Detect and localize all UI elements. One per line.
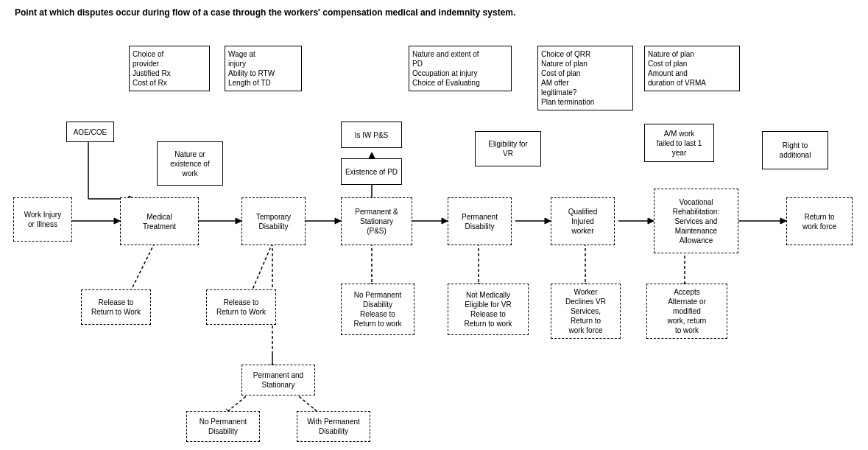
info-nature-pd-box: Nature and extent of PD Occupation at in… bbox=[409, 46, 512, 91]
is-iw-ps-box: Is IW P&S bbox=[341, 122, 402, 148]
aoe-coe-box: AOE/COE bbox=[66, 122, 114, 142]
svg-marker-31 bbox=[780, 218, 786, 224]
info-nature-plan-box: Nature of plan Cost of plan Amount and d… bbox=[644, 46, 740, 91]
permanent-disability-box: Permanent Disability bbox=[448, 197, 512, 245]
existence-pd-box: Existence of PD bbox=[341, 158, 402, 185]
not-medically-eligible-box: Not Medically Eligible for VR Release to… bbox=[448, 284, 529, 335]
diagram-container: Point at which disputes occur during flo… bbox=[0, 0, 868, 450]
page-title: Point at which disputes occur during flo… bbox=[15, 7, 515, 18]
no-perm-dis-release-box: No Permanent Disability Release to Retur… bbox=[341, 284, 414, 335]
right-additional-box: Right to additional bbox=[762, 131, 828, 169]
temporary-disability-box: Temporary Disability bbox=[241, 197, 306, 245]
svg-marker-23 bbox=[545, 218, 551, 224]
release-rtw-2-box: Release to Return to Work bbox=[206, 289, 276, 325]
svg-line-11 bbox=[250, 243, 272, 295]
info-am-work-box: A/M work failed to last 1 year bbox=[644, 124, 714, 162]
no-perm-dis-2-box: No Permanent Disability bbox=[186, 411, 260, 442]
vocational-rehab-box: Vocational Rehabilitation: Services and … bbox=[654, 189, 738, 253]
svg-line-7 bbox=[129, 243, 155, 295]
svg-marker-6 bbox=[236, 218, 241, 224]
info-choice-qrr-box: Choice of QRR Nature of plan Cost of pla… bbox=[537, 46, 633, 110]
info-choice-provider-box: Choice of provider Justified Rx Cost of … bbox=[129, 46, 210, 91]
svg-marker-10 bbox=[335, 218, 341, 224]
return-workforce-box: Return to work force bbox=[786, 197, 853, 245]
svg-marker-27 bbox=[648, 218, 654, 224]
work-injury-box: Work Injury or Illness bbox=[13, 197, 72, 242]
info-wage-box: Wage at injury Ability to RTW Length of … bbox=[225, 46, 302, 91]
qualified-injured-box: Qualified Injured worker bbox=[551, 197, 615, 245]
accepts-alternate-box: Accepts Alternate or modified work, retu… bbox=[646, 284, 727, 339]
svg-marker-17 bbox=[442, 218, 448, 224]
release-rtw-1-box: Release to Return to Work bbox=[81, 289, 151, 325]
svg-marker-1 bbox=[114, 218, 120, 224]
worker-declines-box: Worker Declines VR Services, Return to w… bbox=[551, 284, 621, 339]
svg-marker-21 bbox=[369, 152, 375, 158]
permanent-stationary-box: Permanent & Stationary (P&S) bbox=[341, 197, 412, 245]
eligibility-vr-box: Eligibility for VR bbox=[475, 131, 541, 166]
nature-existence-box: Nature or existence of work bbox=[157, 141, 223, 186]
permanent-stationary-2-box: Permanent and Stationary bbox=[241, 365, 315, 395]
medical-treatment-box: Medical Treatment bbox=[120, 197, 199, 245]
with-perm-dis-box: With Permanent Disability bbox=[297, 411, 370, 442]
